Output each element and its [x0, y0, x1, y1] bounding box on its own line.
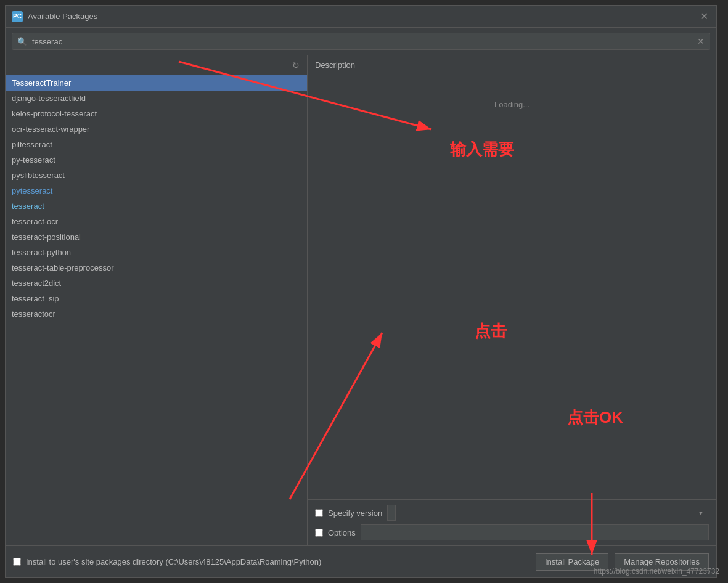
main-content: ↻ TesseractTrainerdjango-tesseractfieldk…	[6, 55, 716, 545]
package-item-py-tesseract[interactable]: py-tesseract	[6, 152, 307, 168]
options-checkbox[interactable]	[315, 529, 323, 537]
package-item-tesseract2dict[interactable]: tesseract2dict	[6, 275, 307, 291]
loading-text: Loading...	[494, 100, 530, 109]
install-to-user-label: Install to user's site packages director…	[26, 557, 321, 566]
search-clear-icon[interactable]: ✕	[692, 33, 710, 49]
available-packages-dialog: PC Available Packages ✕ 🔍 ✕ ↻ TesseractT…	[5, 5, 717, 578]
bottom-options: Specify version Options	[308, 499, 716, 545]
specify-version-row: Specify version	[315, 505, 709, 521]
package-list-header: ↻	[6, 55, 307, 75]
package-item-pytesseract[interactable]: pytesseract	[6, 183, 307, 198]
package-item-tesseract_sip[interactable]: tesseract_sip	[6, 291, 307, 306]
pycharm-icon: PC	[12, 11, 23, 22]
package-item-tesseract-positional[interactable]: tesseract-positional	[6, 229, 307, 245]
description-body: Loading...	[308, 75, 716, 499]
search-input[interactable]	[32, 35, 692, 49]
package-item-keios-protocol-tesseract[interactable]: keios-protocol-tesseract	[6, 106, 307, 121]
footer-checkbox-row: Install to user's site packages director…	[13, 557, 530, 566]
package-item-piltesseract[interactable]: piltesseract	[6, 137, 307, 152]
version-select-wrapper	[387, 505, 709, 521]
close-button[interactable]: ✕	[698, 10, 710, 23]
search-icon: 🔍	[12, 34, 32, 49]
dialog-title: Available Packages	[28, 12, 97, 21]
specify-version-checkbox[interactable]	[315, 509, 323, 517]
options-row: Options	[315, 524, 709, 540]
package-item-TesseractTrainer[interactable]: TesseractTrainer	[6, 75, 307, 91]
options-input[interactable]	[361, 524, 709, 540]
package-item-ocr-tesseract-wrapper[interactable]: ocr-tesseract-wrapper	[6, 121, 307, 137]
package-item-pyslibtesseract[interactable]: pyslibtesseract	[6, 168, 307, 183]
package-list-panel: ↻ TesseractTrainerdjango-tesseractfieldk…	[6, 55, 308, 545]
title-bar: PC Available Packages ✕	[6, 6, 716, 28]
refresh-icon[interactable]: ↻	[290, 58, 302, 73]
package-item-django-tesseractfield[interactable]: django-tesseractfield	[6, 91, 307, 106]
title-bar-left: PC Available Packages	[12, 11, 97, 22]
package-item-tesseract[interactable]: tesseract	[6, 198, 307, 214]
package-item-tesseract-table-preprocessor[interactable]: tesseract-table-preprocessor	[6, 260, 307, 275]
version-select[interactable]	[387, 505, 396, 521]
specify-version-label: Specify version	[328, 508, 382, 518]
description-panel: Description Loading... Specify version	[308, 55, 716, 545]
search-bar: 🔍 ✕	[6, 28, 716, 55]
package-item-tesseract-ocr[interactable]: tesseract-ocr	[6, 214, 307, 229]
package-item-tesseractocr[interactable]: tesseractocr	[6, 306, 307, 322]
description-header: Description	[308, 55, 716, 75]
search-input-wrapper: 🔍 ✕	[12, 33, 710, 50]
install-to-user-checkbox[interactable]	[13, 558, 21, 566]
options-label: Options	[328, 528, 356, 537]
package-list: TesseractTrainerdjango-tesseractfieldkei…	[6, 75, 307, 545]
package-item-tesseract-python[interactable]: tesseract-python	[6, 245, 307, 260]
url-watermark: https://blog.csdn.net/weixin_47723732	[594, 567, 719, 576]
